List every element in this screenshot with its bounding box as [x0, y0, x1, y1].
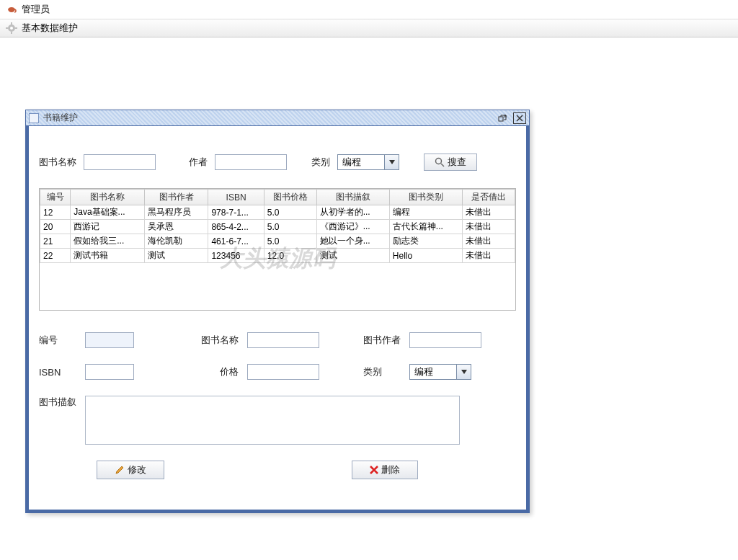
table-cell[interactable]: 22	[40, 249, 71, 263]
modify-button[interactable]: 修改	[97, 461, 164, 479]
pencil-icon	[115, 465, 125, 475]
table-cell[interactable]: 未借出	[462, 249, 515, 263]
table-cell[interactable]: 5.0	[264, 205, 316, 220]
table-cell[interactable]: 《西游记》...	[316, 220, 389, 234]
search-category-value: 编程	[342, 156, 384, 169]
menu-item-basic-data[interactable]: 基本数据维护	[22, 22, 78, 35]
col-id[interactable]: 编号	[40, 190, 71, 205]
table-cell[interactable]: 5.0	[264, 220, 316, 234]
svg-rect-6	[499, 117, 503, 121]
table-cell[interactable]: 从初学者的...	[316, 205, 389, 220]
table-cell[interactable]: 20	[40, 220, 71, 234]
table-cell[interactable]: 未借出	[462, 220, 515, 234]
form-price-input[interactable]	[247, 364, 319, 380]
maximize-button[interactable]	[496, 112, 509, 124]
close-button[interactable]	[513, 112, 526, 124]
table-cell[interactable]: 865-4-2...	[208, 220, 264, 234]
window-titlebar: 管理员	[0, 0, 738, 19]
search-icon	[435, 157, 445, 167]
form-category-value: 编程	[414, 365, 456, 378]
search-author-label: 作者	[189, 156, 208, 169]
table-cell[interactable]: 励志类	[389, 234, 462, 249]
table-cell[interactable]: 海伦凯勒	[145, 234, 208, 249]
table-row[interactable]: 22测试书籍测试12345612.0测试Hello未借出	[40, 249, 515, 263]
table-cell[interactable]: 未借出	[462, 205, 515, 220]
svg-rect-4	[6, 27, 8, 29]
desktop-pane: 书籍维护 图书名称 作者 类别	[0, 37, 738, 513]
col-name[interactable]: 图书名称	[71, 190, 145, 205]
svg-rect-2	[11, 22, 12, 25]
form-name-label: 图书名称	[201, 334, 239, 347]
delete-button[interactable]: 删除	[352, 461, 418, 479]
form-author-input[interactable]	[409, 332, 481, 348]
table-cell[interactable]: 测试	[145, 249, 208, 263]
table-row[interactable]: 21假如给我三...海伦凯勒461-6-7...5.0她以一个身...励志类未借…	[40, 234, 515, 249]
form-id-label: 编号	[39, 334, 76, 347]
table-cell[interactable]: 吴承恩	[145, 220, 208, 234]
svg-rect-3	[11, 32, 12, 34]
form-category-label: 类别	[363, 365, 401, 378]
books-table-wrap: 编号 图书名称 图书作者 ISBN 图书价格 图书描叙 图书类别 是否借出 12…	[39, 188, 516, 311]
col-author[interactable]: 图书作者	[145, 190, 208, 205]
search-author-input[interactable]	[215, 154, 287, 170]
table-cell[interactable]: 假如给我三...	[71, 234, 145, 249]
svg-point-7	[436, 159, 442, 164]
table-header-row: 编号 图书名称 图书作者 ISBN 图书价格 图书描叙 图书类别 是否借出	[40, 190, 515, 205]
search-button-label: 搜查	[448, 156, 466, 169]
table-row[interactable]: 12Java基础案...黑马程序员978-7-1...5.0从初学者的...编程…	[40, 205, 515, 220]
table-cell[interactable]: Hello	[389, 249, 462, 263]
form-desc-label: 图书描叙	[39, 396, 85, 409]
chevron-down-icon	[384, 155, 399, 169]
books-table[interactable]: 编号 图书名称 图书作者 ISBN 图书价格 图书描叙 图书类别 是否借出 12…	[40, 189, 515, 263]
form-price-label: 价格	[201, 365, 239, 378]
x-icon	[370, 466, 378, 474]
col-category[interactable]: 图书类别	[389, 190, 462, 205]
table-cell[interactable]: 测试	[316, 249, 389, 263]
table-cell[interactable]: 未借出	[462, 234, 515, 249]
internal-frame-books: 书籍维护 图书名称 作者 类别	[25, 110, 530, 513]
table-cell[interactable]: Java基础案...	[71, 205, 145, 220]
frame-title: 书籍维护	[43, 112, 78, 124]
search-button[interactable]: 搜查	[424, 154, 477, 171]
col-price[interactable]: 图书价格	[264, 190, 316, 205]
table-cell[interactable]: 978-7-1...	[208, 205, 264, 220]
window-title: 管理员	[22, 3, 50, 16]
internal-frame-titlebar: 书籍维护	[26, 110, 529, 126]
search-category-combo[interactable]: 编程	[337, 154, 399, 170]
table-cell[interactable]: 5.0	[264, 234, 316, 249]
table-cell[interactable]: 测试书籍	[71, 249, 145, 263]
action-buttons: 修改 删除	[39, 461, 516, 479]
table-cell[interactable]: 123456	[208, 249, 264, 263]
col-isbn[interactable]: ISBN	[208, 190, 264, 205]
table-cell[interactable]: 西游记	[71, 220, 145, 234]
table-cell[interactable]: 她以一个身...	[316, 234, 389, 249]
search-name-label: 图书名称	[39, 156, 76, 169]
form-name-input[interactable]	[247, 332, 319, 348]
menu-bar: 基本数据维护	[0, 19, 738, 37]
search-name-input[interactable]	[84, 154, 156, 170]
edit-form: 编号 图书名称 图书作者	[39, 332, 516, 445]
frame-icon	[29, 113, 39, 123]
table-cell[interactable]: 编程	[389, 205, 462, 220]
form-desc-textarea[interactable]	[85, 396, 460, 445]
form-isbn-label: ISBN	[39, 367, 76, 378]
table-cell[interactable]: 黑马程序员	[145, 205, 208, 220]
form-id-input[interactable]	[85, 332, 134, 348]
delete-button-label: 删除	[381, 463, 400, 476]
table-cell[interactable]: 12.0	[264, 249, 316, 263]
form-author-label: 图书作者	[363, 334, 401, 347]
svg-point-1	[10, 27, 13, 30]
svg-rect-5	[15, 27, 17, 29]
form-category-combo[interactable]: 编程	[409, 364, 471, 380]
table-cell[interactable]: 12	[40, 205, 71, 220]
table-row[interactable]: 20西游记吴承恩865-4-2...5.0《西游记》...古代长篇神...未借出	[40, 220, 515, 234]
col-borrow[interactable]: 是否借出	[462, 190, 515, 205]
search-row: 图书名称 作者 类别 编程	[39, 154, 516, 171]
modify-button-label: 修改	[128, 463, 146, 476]
table-cell[interactable]: 461-6-7...	[208, 234, 264, 249]
table-cell[interactable]: 21	[40, 234, 71, 249]
col-desc[interactable]: 图书描叙	[316, 190, 389, 205]
table-cell[interactable]: 古代长篇神...	[389, 220, 462, 234]
chevron-down-icon	[456, 365, 471, 379]
form-isbn-input[interactable]	[85, 364, 134, 380]
